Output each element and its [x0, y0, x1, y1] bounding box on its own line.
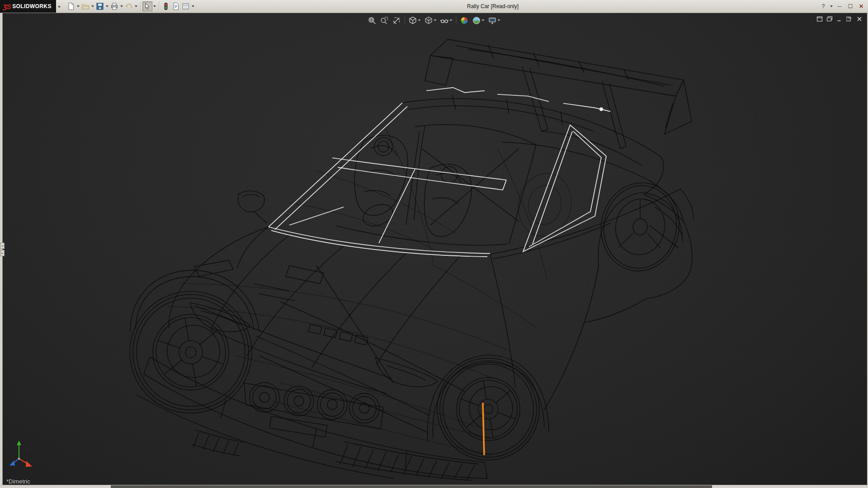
- window-controls: ? ─ ☐ ✕: [818, 0, 866, 13]
- apply-scene-sphere-icon: [472, 16, 481, 25]
- dropdown-caret-icon: [153, 5, 156, 7]
- open-folder-icon: [81, 2, 90, 10]
- graphics-viewport[interactable]: ◂ ▸ *Dimetric: [0, 13, 868, 485]
- open-dropdown[interactable]: [90, 1, 95, 11]
- solidworks-window: ƷS SOLIDWORKS ▸: [0, 0, 868, 488]
- splitter-expand-right-arrow[interactable]: ▸: [0, 250, 5, 256]
- select-dropdown[interactable]: [152, 1, 157, 11]
- help-dropdown[interactable]: [829, 1, 834, 11]
- doc-restore-button[interactable]: [845, 15, 854, 23]
- solidworks-logo-text: SOLIDWORKS: [12, 3, 52, 9]
- document-window-controls: [816, 15, 863, 23]
- help-button[interactable]: ?: [818, 2, 828, 11]
- featuremanager-splitter: ◂ ▸: [0, 243, 5, 256]
- view-orientation-label: *Dimetric: [6, 478, 30, 485]
- status-bar: [0, 485, 868, 488]
- new-window-icon: [816, 16, 823, 22]
- dropdown-caret-icon: [106, 5, 108, 7]
- section-view-icon: [392, 16, 401, 25]
- toolbar-separator: [140, 2, 141, 11]
- cascade-windows-button[interactable]: [826, 15, 834, 23]
- new-document-dropdown[interactable]: [76, 1, 80, 11]
- options-button[interactable]: [181, 1, 191, 11]
- cascade-windows-icon: [826, 16, 833, 22]
- rally-car-wireframe: [0, 13, 868, 485]
- select-cursor-icon: [143, 2, 151, 10]
- new-window-button[interactable]: [816, 15, 824, 23]
- new-document-button[interactable]: [66, 1, 76, 11]
- view-settings-monitor-icon: [488, 16, 497, 25]
- print-dropdown[interactable]: [119, 1, 124, 11]
- toolbar-separator: [405, 17, 405, 24]
- zoom-to-fit-icon: [368, 16, 377, 25]
- view-settings-button[interactable]: [487, 15, 502, 26]
- heads-up-toolbar: [367, 15, 502, 26]
- print-button[interactable]: [109, 1, 119, 11]
- close-button[interactable]: ✕: [856, 2, 866, 11]
- zoom-to-area-icon: [380, 16, 389, 25]
- minimize-button[interactable]: ─: [835, 2, 844, 11]
- file-properties-icon: [172, 2, 180, 10]
- display-style-cube-icon: [425, 16, 433, 25]
- dropdown-caret-icon: [434, 19, 437, 21]
- save-dropdown[interactable]: [105, 1, 109, 11]
- splitter-expand-left-arrow[interactable]: ◂: [0, 243, 5, 249]
- save-button[interactable]: [95, 1, 105, 11]
- window-title: Rally Car [Read-only]: [172, 3, 814, 9]
- doc-restore-icon: [846, 16, 853, 22]
- save-floppy-icon: [96, 2, 104, 10]
- toolbar-separator: [159, 2, 159, 11]
- section-view-button[interactable]: [391, 15, 402, 26]
- select-button[interactable]: [142, 1, 152, 11]
- doc-close-button[interactable]: [855, 15, 863, 23]
- undo-arrow-icon: [125, 2, 133, 10]
- model-edges: [130, 39, 693, 480]
- hide-show-glasses-icon: [440, 16, 449, 25]
- titlebar: ƷS SOLIDWORKS ▸: [0, 0, 868, 13]
- dropdown-caret-icon: [498, 19, 500, 21]
- rebuild-button[interactable]: [161, 1, 171, 11]
- hide-show-items-button[interactable]: [439, 15, 454, 26]
- dropdown-caret-icon: [135, 5, 137, 7]
- maximize-button[interactable]: ☐: [845, 2, 855, 11]
- zoom-to-area-button[interactable]: [379, 15, 390, 26]
- dropdown-caret-icon: [830, 5, 833, 7]
- dropdown-caret-icon: [418, 19, 421, 21]
- rebuild-traffic-light-icon: [162, 2, 170, 10]
- dropdown-caret-icon: [77, 5, 80, 7]
- view-orientation-cube-icon: [409, 16, 417, 25]
- options-dropdown[interactable]: [191, 1, 195, 11]
- display-style-button[interactable]: [423, 15, 438, 26]
- doc-close-icon: [856, 16, 863, 22]
- reference-triad: [9, 441, 32, 467]
- undo-button[interactable]: [124, 1, 134, 11]
- doc-minimize-button[interactable]: [835, 15, 844, 23]
- dropdown-caret-icon: [120, 5, 123, 7]
- status-bar-recess: [111, 485, 712, 488]
- options-grid-icon: [182, 2, 190, 10]
- open-button[interactable]: [80, 1, 90, 11]
- edit-appearance-button[interactable]: [459, 15, 470, 26]
- dropdown-caret-icon: [192, 5, 194, 7]
- apply-scene-button[interactable]: [471, 15, 486, 26]
- undo-dropdown[interactable]: [134, 1, 138, 11]
- new-document-icon: [67, 2, 75, 10]
- file-properties-button[interactable]: [171, 1, 181, 11]
- edit-appearance-sphere-icon: [460, 16, 469, 25]
- doc-minimize-icon: [836, 16, 843, 22]
- solidworks-logo-mark-icon: ƷS: [3, 3, 10, 10]
- menu-expand-arrow[interactable]: ▸: [57, 2, 62, 11]
- solidworks-logo: ƷS SOLIDWORKS: [0, 0, 56, 13]
- main-toolbar: [66, 1, 195, 11]
- zoom-to-fit-button[interactable]: [367, 15, 378, 26]
- dropdown-caret-icon: [450, 19, 453, 21]
- dropdown-caret-icon: [482, 19, 485, 21]
- dropdown-caret-icon: [91, 5, 94, 7]
- print-icon: [110, 2, 118, 10]
- view-orientation-button[interactable]: [407, 15, 422, 26]
- toolbar-separator: [456, 17, 457, 24]
